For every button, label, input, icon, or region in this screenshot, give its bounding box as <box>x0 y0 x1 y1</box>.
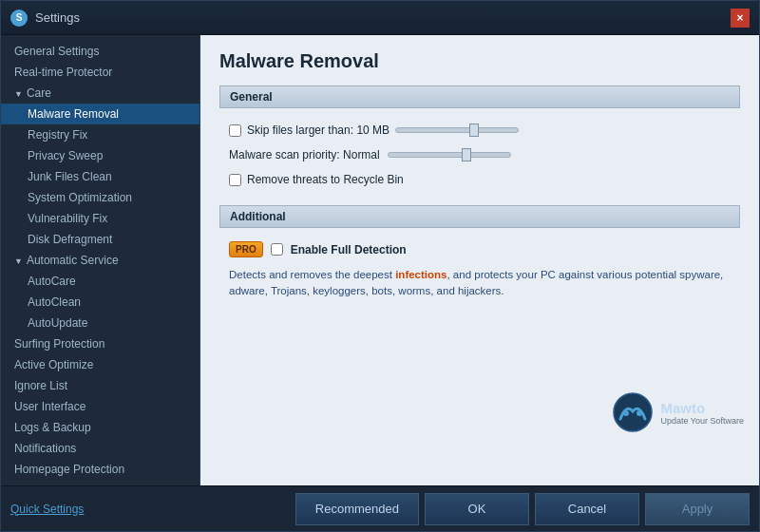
sidebar-item-user-interface[interactable]: User Interface <box>1 396 200 417</box>
apply-button[interactable]: Apply <box>645 493 750 525</box>
logo-area: Mawto Update Your Software <box>613 392 744 432</box>
care-arrow: ▼ <box>14 89 23 99</box>
sidebar-item-privacy-sweep[interactable]: Privacy Sweep <box>1 145 200 166</box>
close-button[interactable]: × <box>731 9 750 28</box>
svg-point-2 <box>636 410 642 416</box>
content-wrapper: Malware Removal General Skip files large… <box>200 35 759 485</box>
sidebar-item-ignore-list[interactable]: Ignore List <box>1 375 200 396</box>
sidebar-item-notifications[interactable]: Notifications <box>1 438 200 459</box>
logo-tagline: Update Your Software <box>660 416 744 426</box>
footer-buttons: Recommended OK Cancel Apply <box>295 493 750 525</box>
sidebar-item-realtime-protector[interactable]: Real-time Protector <box>1 62 200 83</box>
sidebar-item-autocare[interactable]: AutoCare <box>1 271 200 292</box>
window-title: Settings <box>35 10 731 25</box>
sidebar-group-automatic-service: ▼Automatic Service <box>1 250 200 271</box>
sidebar-item-vulnerability-fix[interactable]: Vulnerability Fix <box>1 208 200 229</box>
sidebar-item-malware-removal[interactable]: Malware Removal <box>1 104 200 124</box>
skip-files-slider-container <box>395 127 519 133</box>
skip-files-row: Skip files larger than: 10 MB <box>219 118 740 142</box>
logo-name: Mawto <box>660 400 744 416</box>
titlebar: S Settings × <box>1 1 759 35</box>
sidebar-item-autoclean[interactable]: AutoClean <box>1 292 200 313</box>
enable-detection-row: PRO Enable Full Detection <box>219 238 740 261</box>
sidebar-item-junk-files-clean[interactable]: Junk Files Clean <box>1 166 200 187</box>
svg-point-1 <box>623 410 629 416</box>
sidebar-item-surfing-protection[interactable]: Surfing Protection <box>1 333 200 354</box>
enable-detection-checkbox[interactable] <box>271 243 283 256</box>
remove-threats-row: Remove threats to Recycle Bin <box>219 167 740 192</box>
sidebar-item-system-optimization[interactable]: System Optimization <box>1 187 200 208</box>
priority-row: Malware scan priority: Normal <box>219 142 740 167</box>
logo-text-area: Mawto Update Your Software <box>660 400 744 426</box>
priority-slider-thumb[interactable] <box>462 148 471 162</box>
skip-files-checkbox[interactable] <box>229 124 241 137</box>
sidebar-item-autoupdate[interactable]: AutoUpdate <box>1 313 200 333</box>
auto-service-arrow: ▼ <box>14 256 23 266</box>
main-content: General Settings Real-time Protector ▼Ca… <box>1 35 759 485</box>
quick-settings-link[interactable]: Quick Settings <box>10 503 84 516</box>
settings-window: S Settings × General Settings Real-time … <box>0 0 760 532</box>
highlight-infections: infections <box>395 269 446 280</box>
additional-section-header: Additional <box>219 205 740 228</box>
detection-description: Detects and removes the deepest infectio… <box>219 261 740 306</box>
remove-threats-checkbox[interactable] <box>229 174 241 186</box>
recommended-button[interactable]: Recommended <box>295 493 419 525</box>
footer: Quick Settings Recommended OK Cancel App… <box>1 485 759 531</box>
sidebar-item-logs-backup[interactable]: Logs & Backup <box>1 417 200 438</box>
ok-button[interactable]: OK <box>425 493 529 525</box>
skip-files-slider-track <box>395 127 519 133</box>
general-section-header: General <box>219 86 740 108</box>
sidebar-item-general-settings[interactable]: General Settings <box>1 41 200 62</box>
skip-files-slider-thumb[interactable] <box>469 124 479 137</box>
sidebar-item-disk-defragment[interactable]: Disk Defragment <box>1 229 200 250</box>
page-title: Malware Removal <box>219 50 740 72</box>
priority-slider-container <box>388 152 511 158</box>
enable-detection-label: Enable Full Detection <box>291 243 407 256</box>
additional-section: Additional PRO Enable Full Detection Det… <box>219 205 740 306</box>
sidebar: General Settings Real-time Protector ▼Ca… <box>1 35 200 485</box>
sidebar-item-registry-fix[interactable]: Registry Fix <box>1 124 200 145</box>
cancel-button[interactable]: Cancel <box>535 493 639 525</box>
skip-files-label: Skip files larger than: 10 MB <box>247 124 390 137</box>
priority-label: Malware scan priority: Normal <box>229 148 380 162</box>
sidebar-item-homepage-protection[interactable]: Homepage Protection <box>1 459 200 480</box>
pro-badge: PRO <box>229 241 263 257</box>
remove-threats-label: Remove threats to Recycle Bin <box>247 173 404 186</box>
app-icon: S <box>10 10 28 27</box>
sidebar-group-care: ▼Care <box>1 83 200 104</box>
priority-slider-track <box>388 152 511 158</box>
mawto-logo-icon <box>613 392 653 432</box>
sidebar-item-active-optimize[interactable]: Active Optimize <box>1 354 200 375</box>
